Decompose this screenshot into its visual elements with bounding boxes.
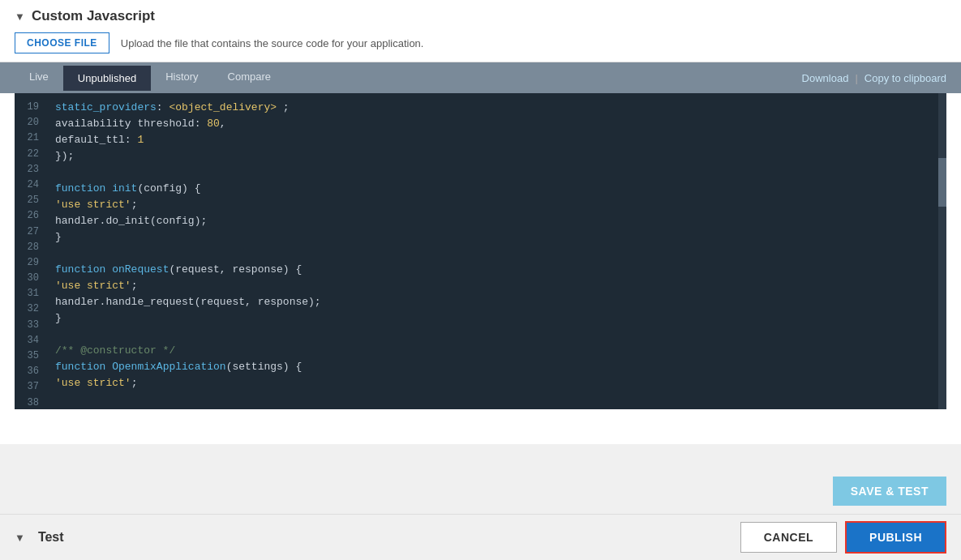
section-title-text: Custom Javascript [32,8,155,24]
footer-chevron-icon: ▼ [15,532,25,544]
scrollbar-track[interactable] [938,93,946,409]
code-line-22: }); [55,148,938,165]
code-line-32: } [55,310,938,327]
tab-history[interactable]: History [151,64,212,92]
publish-button[interactable]: PUBLISH [845,521,946,554]
section-chevron-icon: ▼ [15,11,25,23]
code-line-33 [55,327,938,343]
code-line-30: 'use strict'; [55,278,938,294]
footer-section-label: Test [38,530,64,545]
code-line-20: availability threshold: 80, [55,116,938,132]
choose-file-button[interactable]: CHOOSE FILE [15,32,109,53]
tab-action-divider: | [855,72,857,84]
line-numbers: 19 20 21 22 23 24 25 26 27 28 29 30 31 3… [15,93,47,409]
save-test-button[interactable]: SAVE & TEST [833,477,946,506]
tab-live[interactable]: Live [15,64,63,92]
code-line-31: handler.handle_request(request, response… [55,294,938,310]
scrollbar-thumb[interactable] [938,158,946,207]
code-lines-content[interactable]: static_providers: <object_delivery> ; av… [47,93,946,409]
code-editor-wrapper: 19 20 21 22 23 24 25 26 27 28 29 30 31 3… [0,93,961,444]
bottom-spacer [0,444,961,468]
copy-to-clipboard-link[interactable]: Copy to clipboard [864,72,946,84]
code-content: 19 20 21 22 23 24 25 26 27 28 29 30 31 3… [15,93,946,409]
code-editor[interactable]: 19 20 21 22 23 24 25 26 27 28 29 30 31 3… [15,93,946,409]
upload-hint-text: Upload the file that contains the source… [121,37,424,49]
page-container: ▼ Custom Javascript CHOOSE FILE Upload t… [0,0,961,560]
code-line-23 [55,165,938,181]
tab-unpublished[interactable]: Unpublished [63,66,151,91]
tabs-bar: Live Unpublished History Compare Downloa… [0,62,961,93]
tab-actions: Download | Copy to clipboard [802,72,946,84]
code-line-25: 'use strict'; [55,197,938,213]
footer-actions: CANCEL PUBLISH [740,521,946,554]
code-line-19: static_providers: <object_delivery> ; [55,100,938,116]
code-line-36: 'use strict'; [55,375,938,391]
code-line-28 [55,246,938,262]
file-row: CHOOSE FILE Upload the file that contain… [15,32,946,53]
code-line-29: function onRequest(request, response) { [55,262,938,278]
footer-bar: ▼ Test CANCEL PUBLISH [0,514,961,560]
code-line-26: handler.do_init(config); [55,213,938,229]
code-line-24: function init(config) { [55,181,938,197]
footer-left: ▼ Test [15,530,64,545]
code-line-27: } [55,229,938,246]
code-line-37 [55,391,938,408]
section-header: ▼ Custom Javascript CHOOSE FILE Upload t… [0,0,961,62]
code-line-21: default_ttl: 1 [55,132,938,148]
section-title: ▼ Custom Javascript [15,8,946,24]
code-line-34: /** @constructor */ [55,343,938,359]
code-line-35: function OpenmixApplication(settings) { [55,359,938,375]
tab-compare[interactable]: Compare [213,64,285,92]
cancel-button[interactable]: CANCEL [740,522,837,553]
bottom-action-bar: SAVE & TEST [0,468,961,514]
code-line-38: var aliases = settings.providers === und… [55,408,938,409]
download-link[interactable]: Download [802,72,849,84]
